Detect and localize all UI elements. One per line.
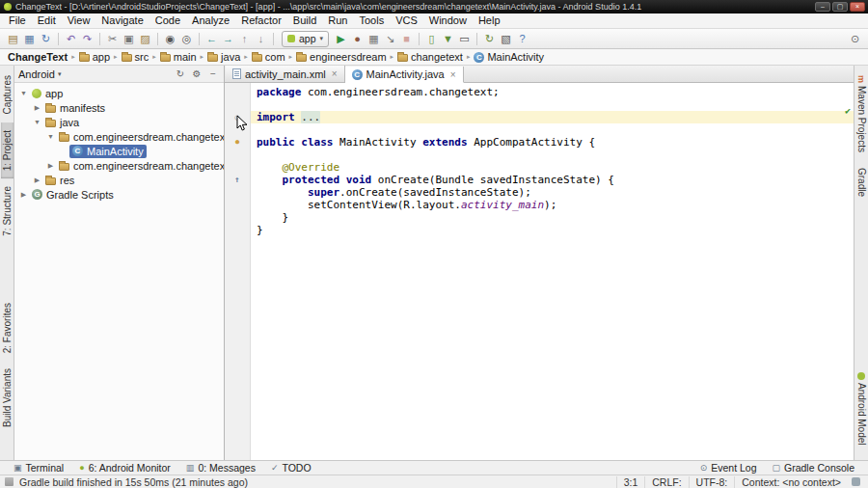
toolwindow-button-captures[interactable]: Captures	[1, 68, 14, 122]
toolwindow-button-7-structure[interactable]: 7: Structure	[1, 178, 14, 244]
breadcrumb-item-engineersdream[interactable]: engineersdream	[294, 51, 389, 63]
tab-mainactivity-java[interactable]: CMainActivity.java×	[345, 67, 464, 83]
tree-item-com-engineersdream-changetext[interactable]: ▼com.engineersdream.changetext	[14, 129, 224, 144]
run-configuration-select[interactable]: app▾	[282, 31, 329, 47]
code-line[interactable]: protected void onCreate(Bundle savedInst…	[251, 174, 854, 186]
menu-item-tools[interactable]: Tools	[353, 14, 390, 28]
gear-icon[interactable]: ⚙	[190, 68, 203, 79]
close-tab-icon[interactable]: ×	[450, 69, 456, 80]
down-icon[interactable]: ↓	[253, 31, 269, 46]
code-line[interactable]	[251, 98, 854, 111]
avd-manager-icon[interactable]: ▯	[423, 31, 440, 46]
save-all-icon[interactable]: ▦	[21, 31, 38, 46]
menu-item-help[interactable]: Help	[473, 14, 506, 28]
collapse-all-icon[interactable]: −	[206, 68, 220, 79]
code-line[interactable]	[251, 149, 854, 161]
chevron-collapsed-icon[interactable]: ▶	[32, 104, 42, 112]
toolwindow-button-android-model[interactable]: Android Model	[855, 365, 868, 452]
toolwindow-button-event-log[interactable]: ⊙Event Log	[692, 462, 765, 474]
code-line[interactable]: @Override	[251, 161, 854, 174]
tree-item-com-engineersdream-changetext-androidtest[interactable]: ▶com.engineersdream.changetext (androidT…	[14, 158, 224, 173]
toolwindow-button-1-project[interactable]: 1: Project	[1, 122, 14, 178]
attach-debugger-icon[interactable]: ↘	[382, 31, 398, 46]
menu-item-run[interactable]: Run	[322, 14, 353, 28]
chevron-collapsed-icon[interactable]: ▶	[45, 162, 56, 170]
fold-marker-icon[interactable]: ○	[235, 111, 240, 123]
close-button[interactable]: ×	[850, 2, 865, 12]
chevron-collapsed-icon[interactable]: ▶	[18, 191, 29, 199]
tree-item-res[interactable]: ▶res	[14, 173, 224, 187]
chevron-expanded-icon[interactable]: ▼	[45, 133, 56, 140]
tree-item-mainactivity[interactable]: CMainActivity	[14, 144, 224, 158]
toolwindow-button-todo[interactable]: ✓TODO	[263, 462, 319, 474]
sdk-manager-icon[interactable]: ▼	[440, 31, 456, 46]
toolwindow-switcher-icon[interactable]	[5, 477, 14, 486]
caret-position[interactable]: 3:1	[616, 476, 645, 488]
menu-item-refactor[interactable]: Refactor	[235, 14, 287, 28]
breadcrumb-item-main[interactable]: main	[158, 51, 199, 63]
breadcrumb-item-com[interactable]: com	[250, 51, 287, 63]
toolwindow-button-maven-projects[interactable]: mMaven Projects	[855, 68, 868, 160]
menu-item-analyze[interactable]: Analyze	[186, 14, 235, 28]
cut-icon[interactable]: ✂	[104, 31, 121, 46]
chevron-expanded-icon[interactable]: ▼	[32, 119, 42, 125]
minimize-button[interactable]: –	[815, 2, 830, 12]
hector-inspector-icon[interactable]	[852, 477, 860, 486]
chevron-expanded-icon[interactable]: ▼	[18, 90, 29, 96]
class-marker-icon[interactable]: ●	[235, 136, 239, 149]
undo-icon[interactable]: ↶	[63, 31, 79, 46]
code-line[interactable]: }	[251, 211, 854, 224]
scroll-from-source-icon[interactable]: ↻	[174, 68, 187, 79]
project-view-selector[interactable]: Android	[18, 68, 55, 80]
toolwindow-button-terminal[interactable]: ▣Terminal	[6, 462, 71, 474]
line-separator-indicator[interactable]: CRLF:	[644, 476, 688, 488]
close-tab-icon[interactable]: ×	[332, 68, 338, 79]
menu-item-code[interactable]: Code	[149, 14, 186, 28]
tab-activity-main-xml[interactable]: activity_main.xml×	[226, 66, 345, 82]
toolwindow-button-gradle[interactable]: Gradle	[855, 160, 868, 204]
gradle-sync-icon[interactable]: ↻	[481, 31, 498, 46]
menu-item-vcs[interactable]: VCS	[390, 14, 423, 28]
breadcrumb-item-java[interactable]: java	[205, 51, 242, 63]
search-everywhere-icon[interactable]: ⊙	[847, 31, 863, 46]
breadcrumb-item-mainactivity[interactable]: CMainActivity	[472, 51, 546, 63]
find-icon[interactable]: ◉	[162, 31, 178, 46]
copy-icon[interactable]: ▣	[121, 31, 137, 46]
breadcrumb-item-app[interactable]: app	[77, 51, 112, 63]
project-structure-icon[interactable]: ▧	[498, 31, 514, 46]
code-line[interactable]: }	[251, 224, 854, 236]
breadcrumb-item-changetext[interactable]: ChangeText	[6, 51, 69, 63]
run-icon[interactable]: ▶	[333, 31, 349, 46]
code-line[interactable]	[251, 123, 854, 136]
tree-item-app[interactable]: ▼app	[14, 86, 224, 100]
code-line[interactable]: package com.engineersdream.changetext;	[251, 86, 854, 98]
breadcrumb-item-src[interactable]: src	[120, 51, 151, 63]
tree-item-gradle-scripts[interactable]: ▶GGradle Scripts	[14, 187, 224, 202]
menu-item-view[interactable]: View	[62, 14, 96, 28]
context-indicator[interactable]: Context: <no context>	[734, 476, 848, 488]
override-marker-icon[interactable]: ↑	[234, 174, 239, 186]
toolwindow-button-build-variants[interactable]: Build Variants	[1, 361, 14, 435]
sync-icon[interactable]: ↻	[38, 31, 54, 46]
chevron-collapsed-icon[interactable]: ▶	[32, 176, 42, 184]
encoding-indicator[interactable]: UTF-8:	[689, 476, 735, 488]
debug-icon[interactable]: ●	[349, 31, 366, 46]
run-coverage-icon[interactable]: ▦	[366, 31, 382, 46]
menu-item-file[interactable]: File	[3, 14, 32, 28]
android-monitor-icon[interactable]: ▭	[456, 31, 473, 46]
tree-item-manifests[interactable]: ▶manifests	[14, 100, 224, 115]
breadcrumb-item-changetext[interactable]: changetext	[395, 51, 465, 63]
up-icon[interactable]: ↑	[236, 31, 253, 46]
code-line[interactable]: import ...	[251, 111, 854, 123]
code-line[interactable]: public class MainActivity extends AppCom…	[251, 136, 854, 149]
forward-icon[interactable]: →	[220, 31, 236, 46]
redo-icon[interactable]: ↷	[79, 31, 95, 46]
help-icon[interactable]: ?	[514, 31, 530, 46]
open-icon[interactable]: ▤	[5, 31, 21, 46]
tree-item-java[interactable]: ▼java	[14, 115, 224, 129]
menu-item-edit[interactable]: Edit	[32, 14, 62, 28]
menu-item-build[interactable]: Build	[287, 14, 322, 28]
stop-icon[interactable]: ■	[398, 31, 415, 46]
toolwindow-button-0-messages[interactable]: ▥0: Messages	[178, 462, 263, 474]
code-line[interactable]: setContentView(R.layout.activity_main);	[251, 199, 854, 211]
